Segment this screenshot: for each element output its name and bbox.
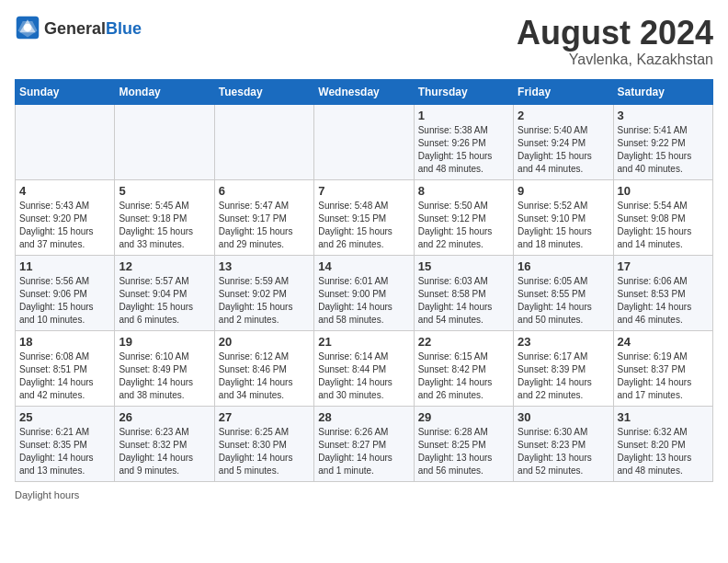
day-info: Sunrise: 5:57 AM Sunset: 9:04 PM Dayligh… [119,275,210,327]
logo: General Blue [15,15,142,44]
logo-general: General [44,20,106,39]
day-info: Sunrise: 5:59 AM Sunset: 9:02 PM Dayligh… [219,275,310,327]
day-info: Sunrise: 6:23 AM Sunset: 8:32 PM Dayligh… [119,426,210,477]
calendar-day-cell: 31Sunrise: 6:32 AM Sunset: 8:20 PM Dayli… [613,406,712,481]
day-number: 28 [318,410,409,424]
day-number: 30 [518,410,609,424]
calendar-day-cell: 20Sunrise: 6:12 AM Sunset: 8:46 PM Dayli… [214,330,313,406]
day-number: 27 [219,410,310,424]
logo-text: General Blue [44,20,142,39]
calendar-week-row: 1Sunrise: 5:38 AM Sunset: 9:26 PM Daylig… [16,104,713,179]
logo-icon [15,15,40,44]
day-info: Sunrise: 5:47 AM Sunset: 9:17 PM Dayligh… [219,200,310,251]
calendar-day-cell: 5Sunrise: 5:45 AM Sunset: 9:18 PM Daylig… [115,179,214,255]
calendar-day-cell: 9Sunrise: 5:52 AM Sunset: 9:10 PM Daylig… [514,179,613,255]
day-info: Sunrise: 6:25 AM Sunset: 8:30 PM Dayligh… [219,426,310,477]
day-number: 17 [618,259,709,273]
day-info: Sunrise: 6:19 AM Sunset: 8:37 PM Dayligh… [618,350,709,402]
day-info: Sunrise: 6:17 AM Sunset: 8:39 PM Dayligh… [518,350,609,402]
day-number: 18 [19,335,110,349]
day-number: 20 [219,335,310,349]
day-number: 12 [119,259,210,273]
day-info: Sunrise: 6:01 AM Sunset: 9:00 PM Dayligh… [318,275,409,327]
day-number: 4 [19,184,110,198]
footer-note: Daylight hours [15,489,713,500]
day-number: 16 [518,259,609,273]
day-number: 1 [418,109,509,122]
day-number: 14 [318,259,409,273]
calendar-week-row: 11Sunrise: 5:56 AM Sunset: 9:06 PM Dayli… [16,255,713,330]
calendar-day-cell [115,104,214,179]
day-number: 26 [119,410,210,424]
day-number: 24 [618,335,709,349]
calendar-day-cell: 16Sunrise: 6:05 AM Sunset: 8:55 PM Dayli… [514,255,613,330]
calendar-day-cell: 24Sunrise: 6:19 AM Sunset: 8:37 PM Dayli… [613,330,712,406]
title-area: August 2024 Yavlenka, Kazakhstan [517,15,713,68]
day-number: 5 [119,184,210,198]
day-number: 13 [219,259,310,273]
calendar-day-cell: 21Sunrise: 6:14 AM Sunset: 8:44 PM Dayli… [314,330,414,406]
day-info: Sunrise: 6:03 AM Sunset: 8:58 PM Dayligh… [418,275,509,327]
day-info: Sunrise: 5:50 AM Sunset: 9:12 PM Dayligh… [418,200,509,251]
svg-point-3 [24,24,32,32]
calendar-day-cell: 11Sunrise: 5:56 AM Sunset: 9:06 PM Dayli… [16,255,115,330]
day-info: Sunrise: 6:10 AM Sunset: 8:49 PM Dayligh… [119,350,210,402]
calendar-table: SundayMondayTuesdayWednesdayThursdayFrid… [15,79,713,482]
day-of-week-header: Sunday [16,79,115,104]
calendar-week-row: 25Sunrise: 6:21 AM Sunset: 8:35 PM Dayli… [16,406,713,481]
month-year: August 2024 [517,15,713,52]
calendar-day-cell: 3Sunrise: 5:41 AM Sunset: 9:22 PM Daylig… [613,104,712,179]
day-info: Sunrise: 5:38 AM Sunset: 9:26 PM Dayligh… [418,124,509,176]
day-info: Sunrise: 5:56 AM Sunset: 9:06 PM Dayligh… [19,275,110,327]
calendar-day-cell: 8Sunrise: 5:50 AM Sunset: 9:12 PM Daylig… [414,179,513,255]
day-number: 25 [19,410,110,424]
day-info: Sunrise: 6:12 AM Sunset: 8:46 PM Dayligh… [219,350,310,402]
day-number: 21 [318,335,409,349]
calendar-day-cell: 1Sunrise: 5:38 AM Sunset: 9:26 PM Daylig… [414,104,513,179]
day-number: 19 [119,335,210,349]
day-info: Sunrise: 5:48 AM Sunset: 9:15 PM Dayligh… [318,200,409,251]
day-info: Sunrise: 6:26 AM Sunset: 8:27 PM Dayligh… [318,426,409,477]
day-number: 31 [618,410,709,424]
calendar-day-cell: 25Sunrise: 6:21 AM Sunset: 8:35 PM Dayli… [16,406,115,481]
day-info: Sunrise: 6:14 AM Sunset: 8:44 PM Dayligh… [318,350,409,402]
day-info: Sunrise: 5:54 AM Sunset: 9:08 PM Dayligh… [618,200,709,251]
calendar-day-cell: 10Sunrise: 5:54 AM Sunset: 9:08 PM Dayli… [613,179,712,255]
day-of-week-header: Friday [514,79,613,104]
day-info: Sunrise: 6:08 AM Sunset: 8:51 PM Dayligh… [19,350,110,402]
calendar-day-cell [16,104,115,179]
calendar-day-cell: 14Sunrise: 6:01 AM Sunset: 9:00 PM Dayli… [314,255,414,330]
day-of-week-header: Saturday [613,79,712,104]
day-info: Sunrise: 5:43 AM Sunset: 9:20 PM Dayligh… [19,200,110,251]
calendar-day-cell: 12Sunrise: 5:57 AM Sunset: 9:04 PM Dayli… [115,255,214,330]
day-of-week-header: Tuesday [214,79,313,104]
day-number: 3 [618,109,709,122]
calendar-week-row: 4Sunrise: 5:43 AM Sunset: 9:20 PM Daylig… [16,179,713,255]
calendar-day-cell [314,104,414,179]
calendar-day-cell: 22Sunrise: 6:15 AM Sunset: 8:42 PM Dayli… [414,330,513,406]
calendar-day-cell: 26Sunrise: 6:23 AM Sunset: 8:32 PM Dayli… [115,406,214,481]
logo-blue: Blue [106,20,142,39]
day-info: Sunrise: 6:15 AM Sunset: 8:42 PM Dayligh… [418,350,509,402]
calendar-week-row: 18Sunrise: 6:08 AM Sunset: 8:51 PM Dayli… [16,330,713,406]
calendar-day-cell: 27Sunrise: 6:25 AM Sunset: 8:30 PM Dayli… [214,406,313,481]
calendar-day-cell: 28Sunrise: 6:26 AM Sunset: 8:27 PM Dayli… [314,406,414,481]
calendar-day-cell: 4Sunrise: 5:43 AM Sunset: 9:20 PM Daylig… [16,179,115,255]
day-number: 8 [418,184,509,198]
calendar-day-cell: 23Sunrise: 6:17 AM Sunset: 8:39 PM Dayli… [514,330,613,406]
day-info: Sunrise: 6:21 AM Sunset: 8:35 PM Dayligh… [19,426,110,477]
day-number: 6 [219,184,310,198]
calendar-day-cell: 29Sunrise: 6:28 AM Sunset: 8:25 PM Dayli… [414,406,513,481]
calendar-header-row: SundayMondayTuesdayWednesdayThursdayFrid… [16,79,713,104]
day-number: 22 [418,335,509,349]
day-info: Sunrise: 5:45 AM Sunset: 9:18 PM Dayligh… [119,200,210,251]
day-of-week-header: Thursday [414,79,513,104]
day-info: Sunrise: 5:41 AM Sunset: 9:22 PM Dayligh… [618,124,709,176]
daylight-hours-label: Daylight hours [15,489,79,500]
calendar-day-cell: 17Sunrise: 6:06 AM Sunset: 8:53 PM Dayli… [613,255,712,330]
calendar-day-cell: 30Sunrise: 6:30 AM Sunset: 8:23 PM Dayli… [514,406,613,481]
calendar-day-cell: 18Sunrise: 6:08 AM Sunset: 8:51 PM Dayli… [16,330,115,406]
day-info: Sunrise: 6:28 AM Sunset: 8:25 PM Dayligh… [418,426,509,477]
day-info: Sunrise: 5:40 AM Sunset: 9:24 PM Dayligh… [518,124,609,176]
header: General Blue August 2024 Yavlenka, Kazak… [15,15,713,68]
